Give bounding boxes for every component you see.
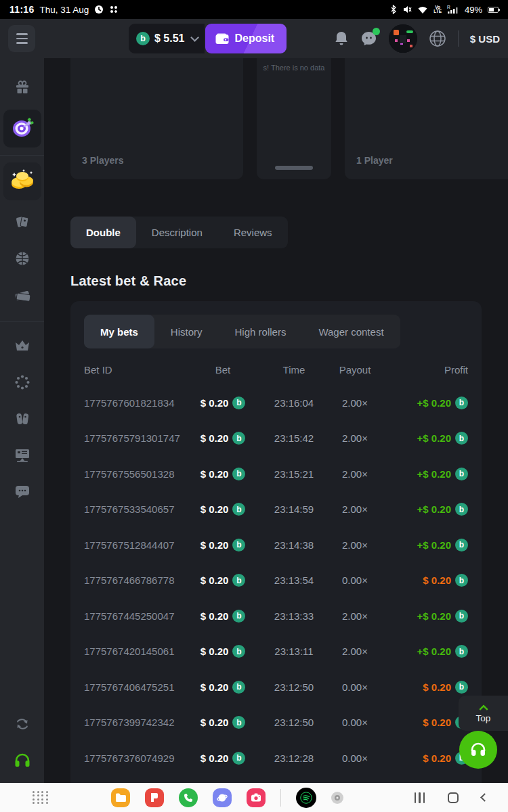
game-card[interactable]: s! There is no data: [257, 58, 331, 179]
battery-percent: 49%: [465, 5, 482, 15]
sidebar-item-vip[interactable]: [0, 332, 44, 363]
game-card[interactable]: 3 Players: [70, 58, 243, 179]
app-header: b $ 5.51 Deposit $ USD: [0, 19, 508, 58]
bet-profit: +$ 0.20b: [417, 645, 468, 658]
deposit-button[interactable]: Deposit: [205, 24, 287, 53]
bcd-coin-icon: b: [455, 681, 468, 694]
column-header-profit: Profit: [444, 364, 468, 376]
bets-tab-history[interactable]: History: [154, 315, 219, 348]
bet-payout: 2.00×: [342, 503, 368, 515]
gold-coins-icon: [8, 166, 37, 196]
bet-profit: +$ 0.20b: [417, 539, 468, 551]
files-app-icon[interactable]: [111, 788, 130, 807]
menu-button[interactable]: [8, 25, 35, 52]
bet-payout: 2.00×: [342, 468, 368, 480]
bet-time: 23:16:04: [274, 397, 314, 409]
bet-profit: +$ 0.20b: [417, 432, 468, 445]
taskbar-divider: [280, 789, 281, 807]
signal-icon: R: [447, 5, 459, 14]
section-title: Latest bet & Race: [70, 273, 508, 289]
bet-time: 23:12:50: [274, 681, 314, 693]
sidebar-item-casino[interactable]: [0, 208, 44, 239]
bcd-coin-icon: b: [232, 716, 245, 729]
red-app-icon[interactable]: [145, 788, 164, 807]
sidebar-item-chat[interactable]: [0, 478, 44, 509]
arrow-up-icon: [478, 704, 488, 714]
sidebar-item-slots[interactable]: [0, 405, 44, 436]
bcd-coin-icon: b: [232, 574, 245, 587]
mute-icon: [402, 5, 412, 14]
scroll-to-top-button[interactable]: Top: [459, 696, 508, 731]
table-row[interactable]: 1775767512844407$ 0.20b23:14:382.00×+$ 0…: [84, 527, 468, 563]
scroll-thumb[interactable]: [275, 166, 313, 170]
bet-time: 23:14:59: [274, 503, 314, 515]
headphones-icon: [14, 752, 31, 771]
sidebar-item-coins[interactable]: [3, 162, 41, 200]
table-row[interactable]: 1775767406475251$ 0.20b23:12:500.00×$ 0.…: [84, 669, 468, 705]
table-row[interactable]: 1775767533540657$ 0.20b23:14:592.00×+$ 0…: [84, 492, 468, 528]
chat-bubble-icon: [14, 484, 30, 502]
bet-time: 23:13:54: [274, 574, 314, 586]
gift-icon: [14, 79, 30, 98]
bet-amount: $ 0.20b: [200, 397, 246, 409]
table-row[interactable]: 1775767445250047$ 0.20b23:13:332.00×+$ 0…: [84, 598, 468, 634]
bet-payout: 2.00×: [342, 432, 368, 444]
tab-reviews[interactable]: Reviews: [218, 217, 288, 248]
table-row[interactable]: 1775767399742342$ 0.20b23:12:500.00×$ 0.…: [84, 705, 468, 741]
bets-tab-high-rollers[interactable]: High rollers: [219, 315, 303, 348]
sidebar-item-trading[interactable]: [0, 441, 44, 472]
home-key[interactable]: [448, 792, 459, 803]
phone-app-icon[interactable]: [179, 788, 198, 807]
recents-key[interactable]: [415, 792, 425, 803]
bet-payout: 0.00×: [342, 574, 368, 586]
basketball-icon: [14, 250, 30, 269]
bcd-coin-icon: b: [455, 503, 468, 516]
sidebar-item-double-active[interactable]: [3, 110, 41, 148]
table-row[interactable]: 1775767466786778$ 0.20b23:13:540.00×$ 0.…: [84, 563, 468, 599]
table-row[interactable]: 1775767420145061$ 0.20b23:13:112.00×+$ 0…: [84, 634, 468, 670]
avatar[interactable]: [389, 24, 417, 53]
tab-description[interactable]: Description: [136, 217, 218, 248]
sidebar-item-lottery[interactable]: [0, 281, 44, 312]
table-row[interactable]: 1775767601821834$ 0.20b23:16:042.00×+$ 0…: [84, 385, 468, 421]
sidebar-item-support[interactable]: [0, 746, 44, 777]
headset-icon: [469, 741, 488, 759]
sidebar-item-bonus[interactable]: [0, 73, 44, 104]
table-row[interactable]: 1775767556501328$ 0.20b23:15:212.00×+$ 0…: [84, 456, 468, 492]
bets-tab-wager-contest[interactable]: Wager contest: [302, 315, 400, 348]
game-card[interactable]: 1 Player: [345, 58, 508, 179]
top-label: Top: [476, 713, 491, 723]
sidebar-separator: [0, 155, 44, 156]
bet-time: 23:12:28: [274, 752, 314, 764]
live-support-button[interactable]: [459, 731, 497, 769]
recent-app-icon[interactable]: [331, 792, 343, 804]
table-row[interactable]: 1775767376074929$ 0.20b23:12:280.00×$ 0.…: [84, 740, 468, 776]
bet-payout: 0.00×: [342, 717, 368, 728]
browser-app-icon[interactable]: [213, 788, 232, 807]
sidebar-item-swap[interactable]: [0, 710, 44, 741]
chat-button[interactable]: [360, 30, 377, 47]
table-header: Bet IDBetTimePayoutProfit: [84, 354, 468, 385]
spotify-app-icon[interactable]: [296, 788, 316, 808]
back-key[interactable]: [482, 794, 488, 800]
app-drawer-button[interactable]: [33, 791, 49, 805]
currency-selector[interactable]: $ USD: [470, 33, 500, 45]
bet-id: 1775767445250047: [84, 610, 192, 622]
notifications-button[interactable]: [334, 30, 349, 47]
sidebar-item-originals[interactable]: [0, 368, 44, 399]
bets-tab-my-bets[interactable]: My bets: [84, 315, 154, 348]
balance-selector[interactable]: b $ 5.51: [129, 24, 205, 53]
tab-double[interactable]: Double: [70, 217, 136, 248]
column-header-bet-id: Bet ID: [84, 364, 192, 376]
table-row[interactable]: 17757675791301747$ 0.20b23:15:422.00×+$ …: [84, 421, 468, 457]
bet-payout: 2.00×: [342, 397, 368, 409]
sidebar-item-sports[interactable]: [0, 244, 44, 275]
balance-amount: $ 5.51: [154, 32, 184, 45]
bluetooth-icon: [390, 5, 397, 14]
bcd-coin-icon: b: [232, 681, 245, 694]
crown-icon: [14, 338, 30, 356]
sidebar-separator: [0, 321, 44, 322]
camera-app-icon[interactable]: [247, 788, 266, 807]
bet-id: 1775767601821834: [84, 397, 192, 409]
language-globe-button[interactable]: [429, 30, 446, 47]
